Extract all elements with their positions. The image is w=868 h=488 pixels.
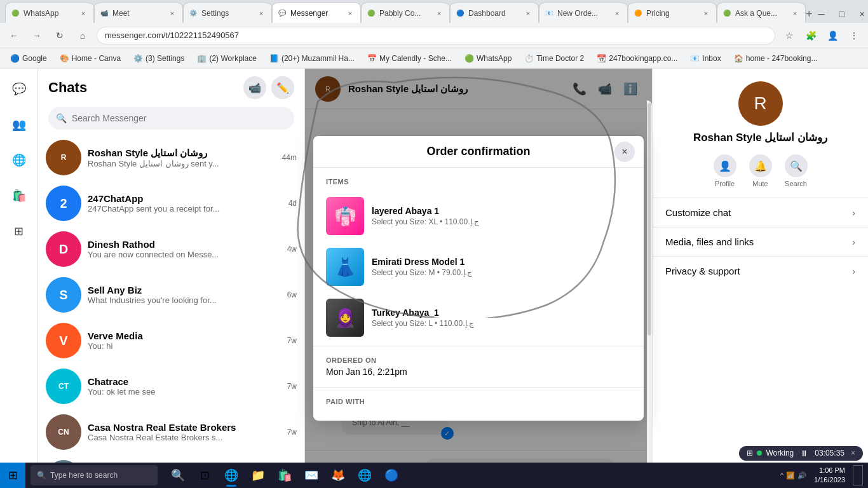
start-button[interactable]: ⊞ — [0, 463, 25, 488]
modal-overlay[interactable]: Order confirmation × ITEMS 👘 layered — [305, 69, 652, 488]
volume-icon[interactable]: 🔊 — [797, 471, 806, 480]
modal-scrollbar-thumb[interactable] — [648, 103, 651, 336]
bookmark-google[interactable]: 🔵 Google — [5, 53, 52, 64]
compose-icon[interactable]: ✏️ — [271, 76, 294, 99]
tab-close-settings[interactable]: × — [256, 8, 266, 18]
chat-item-chatrace[interactable]: CT Chatrace You: ok let me see 7w — [38, 363, 304, 409]
mute-action[interactable]: 🔔 Mute — [749, 154, 772, 187]
tab-messenger[interactable]: 💬 Messenger × — [272, 3, 361, 23]
messenger-globe-icon[interactable]: 🌐 — [6, 147, 32, 173]
taskbar-time[interactable]: 1:06 PM 1/16/2023 — [809, 466, 850, 485]
tab-pabbly[interactable]: 🟢 Pabbly Co... × — [361, 3, 450, 23]
network-icon[interactable]: 📶 — [786, 471, 795, 480]
bookmark-settings[interactable]: ⚙️ (3) Settings — [128, 53, 189, 64]
taskbar-app-task-view[interactable]: ⊡ — [192, 463, 217, 488]
tab-dashboard[interactable]: 🔵 Dashboard × — [450, 3, 539, 23]
search-input[interactable] — [72, 113, 287, 123]
tab-pricing[interactable]: 🟠 Pricing × — [628, 3, 717, 23]
bookmark-whatsapp[interactable]: 🟢 WhatsApp — [459, 53, 517, 64]
bookmark-timedoctor[interactable]: ⏱️ Time Doctor 2 — [519, 53, 589, 64]
right-panel-avatar: R — [738, 81, 783, 126]
window-maximize[interactable]: □ — [833, 5, 851, 23]
tab-close-meet[interactable]: × — [167, 8, 177, 18]
tab-close-pabbly[interactable]: × — [434, 8, 444, 18]
extension-puzzle[interactable]: 🧩 — [802, 27, 820, 44]
customize-chat-option[interactable]: Customize chat › — [653, 198, 868, 227]
chat-item-roshan[interactable]: R Roshan Style روشان استایل Roshan Style… — [38, 135, 304, 180]
messenger-home-icon[interactable]: 💬 — [6, 76, 32, 102]
window-minimize[interactable]: ─ — [813, 5, 831, 23]
tab-askquestion[interactable]: 🟢 Ask a Que... × — [717, 3, 806, 23]
tab-close-neworder[interactable]: × — [612, 8, 622, 18]
bookmark-star[interactable]: ☆ — [780, 27, 798, 44]
new-tab-button[interactable]: + — [806, 5, 813, 23]
tab-neworder[interactable]: 📧 New Orde... × — [539, 3, 628, 23]
forward-button[interactable]: → — [28, 27, 46, 44]
show-desktop-button[interactable] — [853, 465, 863, 485]
tab-close-askquestion[interactable]: × — [790, 8, 800, 18]
search-action[interactable]: 🔍 Search — [785, 154, 808, 187]
bookmark-muzammil[interactable]: 📘 (20+) Muzammil Ha... — [264, 53, 360, 64]
messenger-sidebar: Chats 📹 ✏️ 🔍 R Roshan Style روشان استایل… — [38, 69, 305, 488]
taskbar-app-files[interactable]: 📁 — [245, 463, 271, 488]
chat-item-dinesh[interactable]: D Dinesh Rathod You are now connected on… — [38, 226, 304, 272]
chat-item-247chatapp[interactable]: 2 247ChatApp 247ChatApp sent you a recei… — [38, 180, 304, 226]
chat-item-sellanybiz[interactable]: S Sell Any Biz What Industries you're lo… — [38, 272, 304, 318]
tab-close-whatsapp[interactable]: × — [78, 8, 88, 18]
bookmark-247booking[interactable]: 📆 247bookingapp.co... — [592, 53, 682, 64]
pause-icon[interactable]: ⏸ — [800, 449, 808, 458]
tab-close-pricing[interactable]: × — [701, 8, 711, 18]
media-files-chevron: › — [852, 237, 855, 247]
profile-circle[interactable]: 👤 — [824, 27, 841, 44]
content-area: 💬 👥 🌐 🛍️ ⊞ Chats 📹 ✏️ 🔍 R — [0, 69, 868, 488]
chat-list: R Roshan Style روشان استایل Roshan Style… — [38, 135, 304, 488]
bookmark-workplace[interactable]: 🏢 (2) Workplace — [192, 53, 261, 64]
profile-action[interactable]: 👤 Profile — [714, 154, 736, 187]
chat-preview-sellanybiz: What Industries you're looking for... — [88, 295, 281, 305]
search-action-icon: 🔍 — [785, 154, 808, 177]
taskbar-search[interactable]: 🔍 Type here to search — [31, 465, 158, 485]
taskbar-app-mail[interactable]: ✉️ — [299, 463, 324, 488]
home-button[interactable]: ⌂ — [74, 27, 92, 44]
address-input[interactable]: messenger.com/t/102221152490567 — [97, 27, 775, 44]
messenger-apps-icon[interactable]: ⊞ — [6, 219, 32, 244]
taskbar-app-chrome[interactable]: 🌐 — [352, 463, 377, 488]
working-timer[interactable]: ⊞ Working ⏸ 03:05:35 × — [739, 446, 863, 461]
bookmark-calendly[interactable]: 📅 My Calendly - Sche... — [362, 53, 457, 64]
taskbar-app-edge[interactable]: 🌐 — [219, 463, 244, 488]
back-button[interactable]: ← — [5, 27, 23, 44]
bookmarks-bar: 🔵 Google 🎨 Home - Canva ⚙️ (3) Settings … — [0, 48, 868, 69]
taskbar-app-cortana[interactable]: 🔍 — [165, 463, 191, 488]
chevron-icon[interactable]: ^ — [780, 471, 783, 479]
tab-close-messenger[interactable]: × — [345, 8, 355, 18]
taskbar-app-firefox[interactable]: 🦊 — [325, 463, 351, 488]
tab-close-dashboard[interactable]: × — [523, 8, 533, 18]
modal-scrollbar-track[interactable] — [647, 100, 652, 488]
taskbar-app-chrome2[interactable]: 🔵 — [379, 463, 404, 488]
search-box[interactable]: 🔍 — [48, 107, 294, 130]
chat-item-verve[interactable]: V Verve Media You: hi 7w — [38, 318, 304, 363]
chat-item-casanostra[interactable]: CN Casa Nostra Real Estate Brokers Casa … — [38, 409, 304, 455]
media-files-option[interactable]: Media, files and links › — [653, 227, 868, 256]
tab-settings[interactable]: ⚙️ Settings × — [183, 3, 272, 23]
notif-close-icon[interactable]: × — [851, 449, 855, 458]
reload-button[interactable]: ↻ — [51, 27, 69, 44]
tab-meet[interactable]: 📹 Meet × — [94, 3, 183, 23]
messenger-marketplace-icon[interactable]: 🛍️ — [6, 183, 32, 208]
messenger-people-icon[interactable]: 👥 — [6, 112, 32, 137]
bookmark-inbox[interactable]: 📧 Inbox — [685, 53, 726, 64]
bookmark-canva[interactable]: 🎨 Home - Canva — [55, 53, 126, 64]
tab-whatsapp[interactable]: 🟢 WhatsApp × — [5, 3, 94, 23]
order-item-img-3: 🧕 — [326, 299, 364, 337]
search-action-label: Search — [785, 180, 807, 187]
bookmark-home247[interactable]: 🏠 home - 247booking... — [729, 53, 823, 64]
system-tray[interactable]: ^ 📶 🔊 — [780, 471, 806, 480]
privacy-support-option[interactable]: Privacy & support › — [653, 256, 868, 285]
video-call-icon[interactable]: 📹 — [243, 76, 266, 99]
window-close[interactable]: × — [853, 5, 868, 23]
order-item-info-2: Emirati Dress Model 1 Select you Size: M… — [372, 257, 631, 277]
modal-close-button[interactable]: × — [614, 142, 635, 162]
more-options[interactable]: ⋮ — [845, 27, 863, 44]
avatar-verve: V — [46, 323, 81, 358]
taskbar-app-store[interactable]: 🛍️ — [272, 463, 297, 488]
